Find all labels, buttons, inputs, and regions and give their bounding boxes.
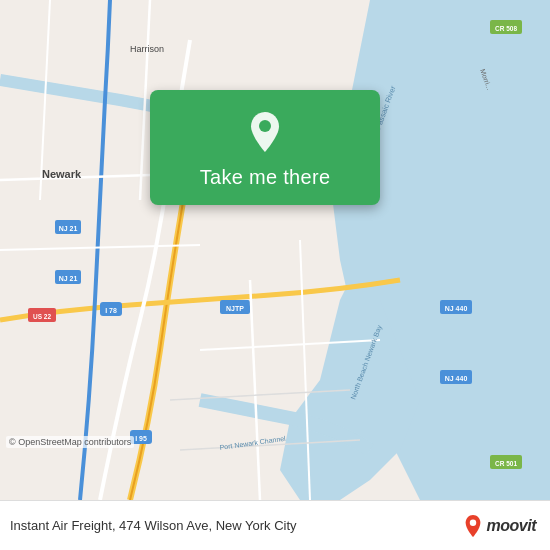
svg-text:NJTP: NJTP [226, 305, 244, 312]
location-pin-icon [241, 108, 289, 156]
svg-text:Newark: Newark [42, 168, 82, 180]
svg-text:NJ 21: NJ 21 [59, 225, 78, 232]
svg-text:Harrison: Harrison [130, 44, 164, 54]
moovit-wordmark: moovit [487, 517, 536, 535]
svg-text:US 22: US 22 [33, 313, 51, 320]
location-text: Instant Air Freight, 474 Wilson Ave, New… [10, 518, 297, 533]
map-container: NJ 21 NJ 21 US 22 I 78 I 95 NJTP NJ 440 … [0, 0, 550, 500]
svg-text:NJ 440: NJ 440 [445, 375, 468, 382]
svg-text:NJ 21: NJ 21 [59, 275, 78, 282]
location-info: Instant Air Freight, 474 Wilson Ave, New… [10, 518, 463, 533]
svg-point-39 [259, 120, 271, 132]
moovit-pin-icon [463, 514, 483, 538]
svg-text:I 78: I 78 [105, 307, 117, 314]
copyright-text: © OpenStreetMap contributors [6, 436, 134, 448]
map-background: NJ 21 NJ 21 US 22 I 78 I 95 NJTP NJ 440 … [0, 0, 550, 500]
take-me-there-label: Take me there [200, 166, 331, 189]
svg-point-40 [469, 519, 475, 525]
bottom-bar: Instant Air Freight, 474 Wilson Ave, New… [0, 500, 550, 550]
moovit-logo: moovit [463, 514, 536, 538]
svg-text:NJ 440: NJ 440 [445, 305, 468, 312]
svg-text:I 95: I 95 [135, 435, 147, 442]
take-me-there-button[interactable]: Take me there [150, 90, 380, 205]
svg-text:CR 501: CR 501 [495, 460, 517, 467]
svg-text:CR 508: CR 508 [495, 25, 517, 32]
